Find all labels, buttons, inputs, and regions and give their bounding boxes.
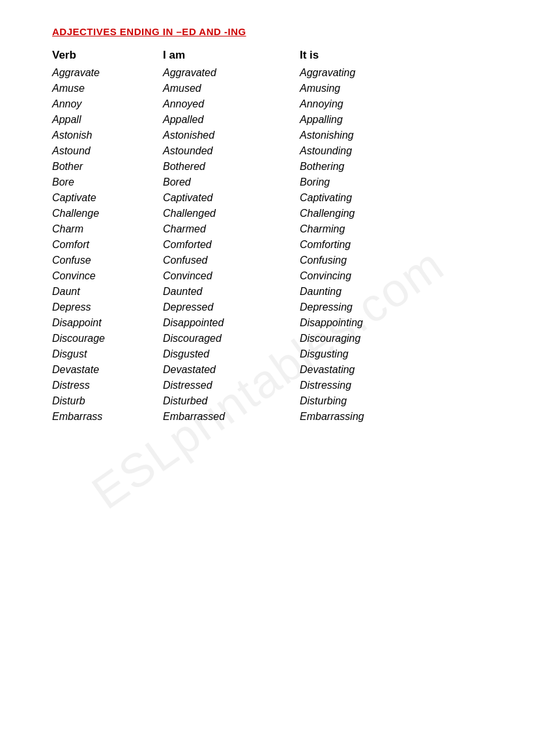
cell-0-0: Aggravate xyxy=(52,66,156,80)
cell-19-2: Devastating xyxy=(287,363,456,377)
cell-20-2: Distressing xyxy=(287,378,456,393)
table-row: DevastateDevastatedDevastating xyxy=(52,363,496,377)
cell-14-1: Daunted xyxy=(156,285,287,299)
table-row: DisturbDisturbedDisturbing xyxy=(52,394,496,408)
cell-3-2: Appalling xyxy=(287,113,456,127)
cell-22-0: Embarrass xyxy=(52,410,156,424)
table-row: ConfuseConfusedConfusing xyxy=(52,253,496,268)
cell-6-1: Bothered xyxy=(156,160,287,174)
cell-17-2: Discouraging xyxy=(287,331,456,346)
table-row: AstoundAstoundedAstounding xyxy=(52,144,496,158)
table-row: DepressDepressedDepressing xyxy=(52,300,496,315)
cell-10-1: Charmed xyxy=(156,222,287,236)
table-row: BoreBoredBoring xyxy=(52,175,496,189)
cell-1-1: Amused xyxy=(156,81,287,96)
table-row: DiscourageDiscouragedDiscouraging xyxy=(52,331,496,346)
cell-21-2: Disturbing xyxy=(287,394,456,408)
table-row: EmbarrassEmbarrassedEmbarrassing xyxy=(52,410,496,424)
cell-2-2: Annoying xyxy=(287,97,456,111)
header-iam: I am xyxy=(156,49,287,62)
table-row: AppallAppalledAppalling xyxy=(52,113,496,127)
cell-14-2: Daunting xyxy=(287,285,456,299)
cell-12-1: Confused xyxy=(156,253,287,268)
cell-8-2: Captivating xyxy=(287,191,456,205)
cell-6-2: Bothering xyxy=(287,160,456,174)
table-row: AnnoyAnnoyedAnnoying xyxy=(52,97,496,111)
table-row: AggravateAggravatedAggravating xyxy=(52,66,496,80)
cell-13-2: Convincing xyxy=(287,269,456,283)
cell-12-0: Confuse xyxy=(52,253,156,268)
table-row: ComfortComfortedComforting xyxy=(52,238,496,252)
cell-16-1: Disappointed xyxy=(156,316,287,330)
cell-18-2: Disgusting xyxy=(287,347,456,361)
cell-4-0: Astonish xyxy=(52,128,156,143)
cell-6-0: Bother xyxy=(52,160,156,174)
table-row: ConvinceConvincedConvincing xyxy=(52,269,496,283)
cell-8-1: Captivated xyxy=(156,191,287,205)
cell-18-1: Disgusted xyxy=(156,347,287,361)
cell-10-2: Charming xyxy=(287,222,456,236)
cell-9-0: Challenge xyxy=(52,206,156,221)
cell-22-2: Embarrassing xyxy=(287,410,456,424)
cell-19-0: Devastate xyxy=(52,363,156,377)
cell-0-2: Aggravating xyxy=(287,66,456,80)
table-row: CaptivateCaptivatedCaptivating xyxy=(52,191,496,205)
cell-15-1: Depressed xyxy=(156,300,287,315)
cell-5-1: Astounded xyxy=(156,144,287,158)
cell-5-0: Astound xyxy=(52,144,156,158)
cell-17-0: Discourage xyxy=(52,331,156,346)
cell-4-2: Astonishing xyxy=(287,128,456,143)
cell-16-0: Disappoint xyxy=(52,316,156,330)
cell-2-0: Annoy xyxy=(52,97,156,111)
main-content: ADJECTIVES ENDING IN –ED AND -ING Verb I… xyxy=(52,26,496,424)
cell-13-0: Convince xyxy=(52,269,156,283)
table-header: Verb I am It is xyxy=(52,49,496,62)
cell-13-1: Convinced xyxy=(156,269,287,283)
cell-3-1: Appalled xyxy=(156,113,287,127)
cell-14-0: Daunt xyxy=(52,285,156,299)
table-row: DisappointDisappointedDisappointing xyxy=(52,316,496,330)
cell-19-1: Devastated xyxy=(156,363,287,377)
cell-12-2: Confusing xyxy=(287,253,456,268)
cell-21-1: Disturbed xyxy=(156,394,287,408)
word-table: AggravateAggravatedAggravatingAmuseAmuse… xyxy=(52,66,496,424)
cell-20-1: Distressed xyxy=(156,378,287,393)
table-row: CharmCharmedCharming xyxy=(52,222,496,236)
cell-21-0: Disturb xyxy=(52,394,156,408)
page-title: ADJECTIVES ENDING IN –ED AND -ING xyxy=(52,26,496,37)
cell-1-2: Amusing xyxy=(287,81,456,96)
cell-11-2: Comforting xyxy=(287,238,456,252)
cell-7-0: Bore xyxy=(52,175,156,189)
cell-0-1: Aggravated xyxy=(156,66,287,80)
cell-10-0: Charm xyxy=(52,222,156,236)
cell-4-1: Astonished xyxy=(156,128,287,143)
cell-18-0: Disgust xyxy=(52,347,156,361)
cell-20-0: Distress xyxy=(52,378,156,393)
cell-7-2: Boring xyxy=(287,175,456,189)
cell-9-2: Challenging xyxy=(287,206,456,221)
table-row: AmuseAmusedAmusing xyxy=(52,81,496,96)
header-verb: Verb xyxy=(52,49,156,62)
table-row: BotherBotheredBothering xyxy=(52,160,496,174)
table-row: AstonishAstonishedAstonishing xyxy=(52,128,496,143)
cell-17-1: Discouraged xyxy=(156,331,287,346)
cell-16-2: Disappointing xyxy=(287,316,456,330)
table-row: DistressDistressedDistressing xyxy=(52,378,496,393)
cell-15-0: Depress xyxy=(52,300,156,315)
header-itis: It is xyxy=(287,49,456,62)
cell-7-1: Bored xyxy=(156,175,287,189)
cell-5-2: Astounding xyxy=(287,144,456,158)
cell-22-1: Embarrassed xyxy=(156,410,287,424)
cell-3-0: Appall xyxy=(52,113,156,127)
table-row: ChallengeChallengedChallenging xyxy=(52,206,496,221)
cell-11-0: Comfort xyxy=(52,238,156,252)
table-row: DisgustDisgustedDisgusting xyxy=(52,347,496,361)
cell-1-0: Amuse xyxy=(52,81,156,96)
cell-8-0: Captivate xyxy=(52,191,156,205)
table-row: DauntDauntedDaunting xyxy=(52,285,496,299)
cell-9-1: Challenged xyxy=(156,206,287,221)
cell-15-2: Depressing xyxy=(287,300,456,315)
cell-11-1: Comforted xyxy=(156,238,287,252)
cell-2-1: Annoyed xyxy=(156,97,287,111)
